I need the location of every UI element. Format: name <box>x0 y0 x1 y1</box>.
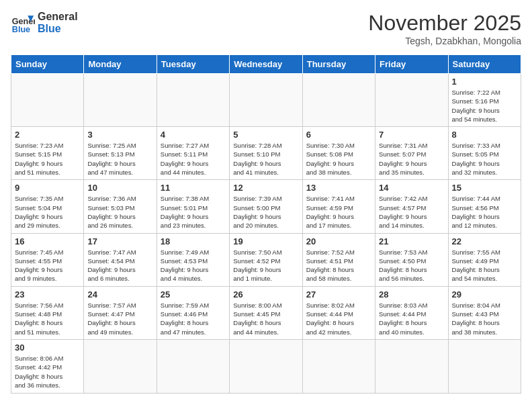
day-17: 17 Sunrise: 7:47 AMSunset: 4:54 PMDaylig… <box>84 233 157 286</box>
empty-cell <box>302 74 375 127</box>
day-16: 16 Sunrise: 7:45 AMSunset: 4:55 PMDaylig… <box>11 233 84 286</box>
day-11: 11 Sunrise: 7:38 AMSunset: 5:01 PMDaylig… <box>157 180 229 233</box>
day-22: 22 Sunrise: 7:55 AMSunset: 4:49 PMDaylig… <box>448 233 521 286</box>
day-4: 4 Sunrise: 7:27 AMSunset: 5:11 PMDayligh… <box>157 127 229 180</box>
svg-text:Blue: Blue <box>12 25 30 34</box>
day-23: 23 Sunrise: 7:56 AMSunset: 4:48 PMDaylig… <box>11 286 84 339</box>
empty-cell <box>375 74 448 127</box>
table-row: 30 Sunrise: 8:06 AMSunset: 4:42 PMDaylig… <box>11 339 521 393</box>
empty-cell <box>84 74 157 127</box>
title-area: November 2025 Tegsh, Dzabkhan, Mongolia <box>368 11 521 46</box>
day-15: 15 Sunrise: 7:44 AMSunset: 4:56 PMDaylig… <box>448 180 521 233</box>
calendar-title: November 2025 <box>368 11 521 36</box>
empty-cell <box>157 74 229 127</box>
day-5: 5 Sunrise: 7:28 AMSunset: 5:10 PMDayligh… <box>230 127 302 180</box>
day-28: 28 Sunrise: 8:03 AMSunset: 4:44 PMDaylig… <box>375 286 448 339</box>
header-friday: Friday <box>375 55 448 74</box>
day-29: 29 Sunrise: 8:04 AMSunset: 4:43 PMDaylig… <box>448 286 521 339</box>
day-27: 27 Sunrise: 8:02 AMSunset: 4:44 PMDaylig… <box>302 286 375 339</box>
day-20: 20 Sunrise: 7:52 AMSunset: 4:51 PMDaylig… <box>302 233 375 286</box>
table-row: 2 Sunrise: 7:23 AMSunset: 5:15 PMDayligh… <box>11 127 521 180</box>
logo: General Blue General Blue <box>11 11 78 35</box>
table-row: 23 Sunrise: 7:56 AMSunset: 4:48 PMDaylig… <box>11 286 521 339</box>
day-3: 3 Sunrise: 7:25 AMSunset: 5:13 PMDayligh… <box>84 127 157 180</box>
header-thursday: Thursday <box>302 55 375 74</box>
day-1: 1 Sunrise: 7:22 AMSunset: 5:16 PMDayligh… <box>448 74 521 127</box>
table-row: 1 Sunrise: 7:22 AMSunset: 5:16 PMDayligh… <box>11 74 521 127</box>
day-18: 18 Sunrise: 7:49 AMSunset: 4:53 PMDaylig… <box>157 233 229 286</box>
day-30: 30 Sunrise: 8:06 AMSunset: 4:42 PMDaylig… <box>11 339 84 393</box>
header-sunday: Sunday <box>11 55 84 74</box>
day-7: 7 Sunrise: 7:31 AMSunset: 5:07 PMDayligh… <box>375 127 448 180</box>
day-21: 21 Sunrise: 7:53 AMSunset: 4:50 PMDaylig… <box>375 233 448 286</box>
table-row: 9 Sunrise: 7:35 AMSunset: 5:04 PMDayligh… <box>11 180 521 233</box>
day-2: 2 Sunrise: 7:23 AMSunset: 5:15 PMDayligh… <box>11 127 84 180</box>
day-9: 9 Sunrise: 7:35 AMSunset: 5:04 PMDayligh… <box>11 180 84 233</box>
empty-cell <box>11 74 84 127</box>
weekday-header-row: Sunday Monday Tuesday Wednesday Thursday… <box>11 55 521 74</box>
empty-cell <box>375 339 448 393</box>
day-6: 6 Sunrise: 7:30 AMSunset: 5:08 PMDayligh… <box>302 127 375 180</box>
empty-cell <box>230 339 302 393</box>
day-14: 14 Sunrise: 7:42 AMSunset: 4:57 PMDaylig… <box>375 180 448 233</box>
day-10: 10 Sunrise: 7:36 AMSunset: 5:03 PMDaylig… <box>84 180 157 233</box>
empty-cell <box>157 339 229 393</box>
header-wednesday: Wednesday <box>230 55 302 74</box>
day-24: 24 Sunrise: 7:57 AMSunset: 4:47 PMDaylig… <box>84 286 157 339</box>
logo-blue: Blue <box>38 23 78 35</box>
day-19: 19 Sunrise: 7:50 AMSunset: 4:52 PMDaylig… <box>230 233 302 286</box>
day-8: 8 Sunrise: 7:33 AMSunset: 5:05 PMDayligh… <box>448 127 521 180</box>
day-25: 25 Sunrise: 7:59 AMSunset: 4:46 PMDaylig… <box>157 286 229 339</box>
day-26: 26 Sunrise: 8:00 AMSunset: 4:45 PMDaylig… <box>230 286 302 339</box>
calendar-subtitle: Tegsh, Dzabkhan, Mongolia <box>368 36 521 46</box>
empty-cell <box>302 339 375 393</box>
day-13: 13 Sunrise: 7:41 AMSunset: 4:59 PMDaylig… <box>302 180 375 233</box>
table-row: 16 Sunrise: 7:45 AMSunset: 4:55 PMDaylig… <box>11 233 521 286</box>
day-12: 12 Sunrise: 7:39 AMSunset: 5:00 PMDaylig… <box>230 180 302 233</box>
empty-cell <box>84 339 157 393</box>
empty-cell <box>448 339 521 393</box>
logo-general: General <box>38 11 78 23</box>
header-saturday: Saturday <box>448 55 521 74</box>
header-tuesday: Tuesday <box>157 55 229 74</box>
calendar-table: Sunday Monday Tuesday Wednesday Thursday… <box>11 54 521 394</box>
header: General Blue General Blue November 2025 … <box>11 11 521 46</box>
logo-icon: General Blue <box>11 11 35 35</box>
empty-cell <box>230 74 302 127</box>
header-monday: Monday <box>84 55 157 74</box>
